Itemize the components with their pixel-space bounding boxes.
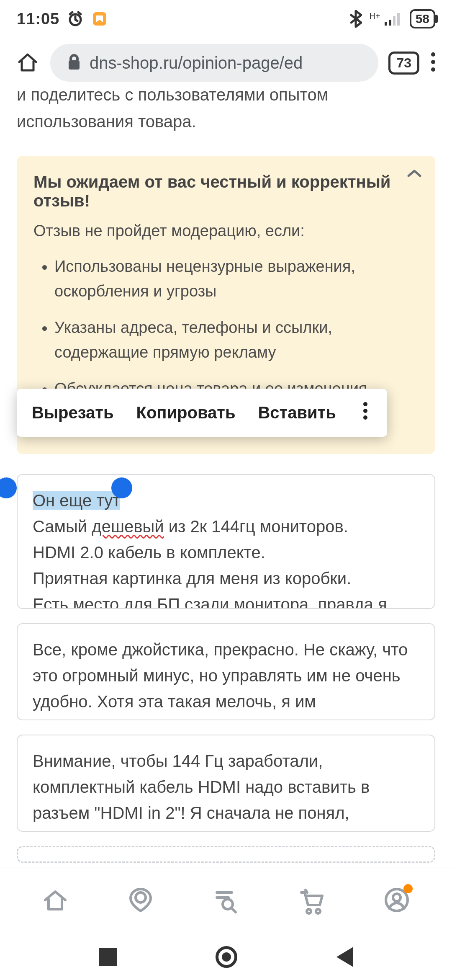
review-pros-field[interactable]: Он еще тут Самый дешевый из 2к 144гц мон… bbox=[17, 474, 435, 609]
status-time: 11:05 bbox=[17, 10, 59, 28]
collapse-chevron-icon[interactable] bbox=[405, 164, 424, 184]
field1-line2-post: из 2к 144гц мониторов. bbox=[164, 517, 348, 536]
svg-point-13 bbox=[136, 892, 146, 903]
selection-start-handle[interactable] bbox=[0, 477, 17, 498]
field3-text: Внимание, чтобы 144 Гц заработали, компл… bbox=[33, 752, 370, 822]
field2-text: Все, кроме джойстика, прекрасно. Не скаж… bbox=[33, 640, 408, 711]
svg-point-8 bbox=[431, 60, 435, 64]
system-back-button[interactable] bbox=[336, 947, 353, 967]
alarm-icon bbox=[67, 10, 84, 27]
review-cons-field[interactable]: Все, кроме джойстика, прекрасно. Не скаж… bbox=[17, 623, 435, 720]
notice-subtitle: Отзыв не пройдет модерацию, если: bbox=[33, 222, 419, 240]
context-copy[interactable]: Копировать bbox=[136, 403, 236, 422]
system-nav-bar bbox=[0, 934, 452, 980]
browser-toolbar: dns-shop.ru/opinion-page/ed 73 bbox=[0, 38, 452, 88]
svg-rect-2 bbox=[385, 22, 387, 26]
svg-rect-4 bbox=[393, 16, 396, 26]
intro-text: и поделитесь с пользователями опытом исп… bbox=[17, 88, 435, 135]
nav-profile-button[interactable] bbox=[382, 885, 412, 917]
notice-item: Использованы нецензурные выражения, оско… bbox=[54, 254, 419, 304]
nav-stores-button[interactable] bbox=[126, 885, 156, 917]
svg-rect-3 bbox=[389, 20, 391, 26]
browser-home-button[interactable] bbox=[15, 49, 40, 76]
notice-item: Указаны адреса, телефоны и ссылки, содер… bbox=[54, 315, 419, 365]
field1-line4: Приятная картинка для меня из коробки. bbox=[33, 569, 351, 588]
site-bottom-nav bbox=[0, 867, 452, 934]
context-cut[interactable]: Вырезать bbox=[32, 403, 114, 422]
review-comment-field[interactable]: Внимание, чтобы 144 Гц заработали, компл… bbox=[17, 735, 435, 832]
network-type-label: H+ bbox=[370, 12, 380, 20]
url-text: dns-shop.ru/opinion-page/ed bbox=[90, 54, 303, 72]
nav-cart-button[interactable] bbox=[296, 885, 326, 917]
svg-point-10 bbox=[363, 402, 367, 406]
battery-indicator: 58 bbox=[410, 9, 435, 28]
profile-notification-dot bbox=[403, 884, 413, 893]
field1-misspelled-word: дешевый bbox=[92, 517, 164, 536]
nav-catalog-search-button[interactable] bbox=[211, 885, 241, 917]
page-content: и поделитесь с пользователями опытом исп… bbox=[0, 88, 452, 867]
bluetooth-icon bbox=[349, 10, 362, 28]
selected-text: Он еще тут bbox=[33, 491, 120, 510]
status-bar: 11:05 H+ 58 bbox=[0, 0, 452, 38]
signal-icon bbox=[384, 11, 402, 26]
svg-point-11 bbox=[363, 409, 367, 413]
url-bar[interactable]: dns-shop.ru/opinion-page/ed bbox=[50, 44, 378, 82]
tab-switcher-button[interactable]: 73 bbox=[388, 52, 419, 75]
notice-title: Мы ожидаем от вас честный и корректный о… bbox=[33, 173, 419, 210]
context-paste[interactable]: Вставить bbox=[258, 403, 336, 422]
system-home-button[interactable] bbox=[216, 946, 237, 968]
nav-home-button[interactable] bbox=[40, 885, 70, 917]
attachment-dropzone[interactable] bbox=[17, 846, 435, 863]
svg-rect-5 bbox=[397, 13, 400, 26]
svg-point-16 bbox=[393, 894, 401, 901]
field1-line3: HDMI 2.0 кабель в комплекте. bbox=[33, 543, 265, 562]
browser-menu-button[interactable] bbox=[429, 51, 437, 75]
lock-icon bbox=[67, 54, 81, 72]
text-context-menu: Вырезать Копировать Вставить bbox=[17, 389, 387, 437]
field1-line5: Есть место для БП сзади монитора, правда… bbox=[33, 595, 387, 609]
svg-point-9 bbox=[431, 67, 435, 72]
notification-app-icon bbox=[91, 10, 108, 27]
context-more-button[interactable] bbox=[359, 401, 372, 424]
svg-point-7 bbox=[431, 52, 435, 57]
selection-end-handle[interactable] bbox=[111, 477, 132, 498]
svg-point-12 bbox=[363, 415, 367, 420]
field1-line2-pre: Самый bbox=[33, 517, 92, 536]
system-recents-button[interactable] bbox=[99, 948, 117, 966]
battery-pct: 58 bbox=[416, 12, 429, 26]
svg-rect-6 bbox=[69, 60, 80, 70]
tab-count-label: 73 bbox=[396, 55, 411, 70]
